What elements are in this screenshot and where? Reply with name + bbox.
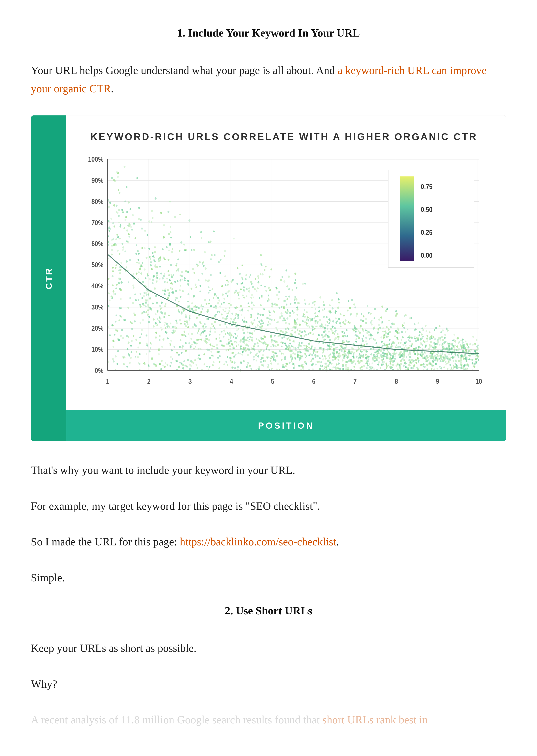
svg-point-1506 — [388, 346, 390, 348]
svg-point-2473 — [467, 347, 469, 349]
svg-point-980 — [355, 338, 357, 340]
svg-point-1535 — [205, 279, 207, 282]
svg-point-1570 — [472, 344, 474, 346]
svg-point-2478 — [293, 326, 295, 328]
svg-point-1033 — [329, 357, 330, 359]
svg-point-1794 — [152, 252, 154, 254]
svg-point-1980 — [180, 339, 182, 341]
svg-point-2129 — [448, 348, 450, 350]
svg-point-1216 — [217, 311, 219, 313]
svg-point-2146 — [221, 285, 223, 287]
svg-point-2064 — [409, 356, 411, 358]
svg-point-235 — [360, 319, 362, 321]
svg-point-2030 — [178, 270, 179, 272]
svg-point-1336 — [281, 276, 283, 278]
svg-point-2115 — [253, 356, 255, 358]
svg-point-1768 — [468, 359, 470, 360]
svg-point-470 — [166, 246, 168, 248]
svg-point-74 — [268, 364, 269, 366]
svg-point-1658 — [181, 312, 183, 314]
svg-point-973 — [237, 267, 238, 269]
svg-point-1949 — [340, 313, 342, 315]
svg-point-2364 — [287, 310, 289, 313]
svg-point-1034 — [258, 366, 260, 368]
svg-point-1405 — [148, 248, 150, 249]
y-tick-label: 20% — [92, 324, 103, 332]
svg-point-1407 — [181, 271, 183, 273]
svg-point-692 — [301, 342, 303, 344]
svg-point-213 — [447, 368, 449, 370]
svg-point-442 — [162, 289, 164, 291]
svg-point-1588 — [380, 367, 381, 369]
svg-point-1890 — [324, 304, 325, 305]
svg-point-1783 — [147, 304, 149, 306]
svg-point-966 — [115, 355, 117, 358]
svg-point-259 — [309, 326, 310, 328]
svg-point-962 — [353, 366, 355, 368]
svg-point-2438 — [288, 275, 290, 278]
svg-point-2229 — [434, 342, 435, 344]
svg-point-1251 — [251, 294, 253, 296]
svg-point-33 — [249, 364, 251, 367]
svg-point-588 — [258, 282, 260, 284]
svg-point-384 — [111, 249, 113, 251]
svg-point-401 — [318, 310, 320, 313]
svg-point-1869 — [359, 350, 361, 352]
svg-point-2423 — [460, 361, 462, 363]
svg-point-1574 — [178, 365, 180, 368]
svg-point-956 — [158, 353, 160, 355]
svg-point-2217 — [258, 277, 259, 279]
svg-point-2292 — [391, 358, 393, 359]
svg-point-2143 — [269, 318, 271, 320]
svg-point-1019 — [360, 343, 362, 345]
svg-point-195 — [310, 353, 311, 355]
svg-point-1109 — [169, 244, 171, 246]
svg-point-1373 — [211, 254, 213, 256]
svg-point-21 — [260, 361, 262, 363]
svg-point-782 — [288, 328, 289, 330]
svg-point-638 — [256, 338, 258, 340]
seo-checklist-url-link[interactable]: https://backlinko.com/seo-checklist — [180, 536, 336, 548]
svg-point-137 — [111, 177, 113, 179]
svg-point-1107 — [263, 350, 265, 352]
svg-point-2027 — [217, 351, 218, 353]
svg-point-2601 — [293, 347, 295, 349]
svg-point-507 — [195, 346, 196, 347]
svg-point-2560 — [368, 359, 369, 360]
svg-point-416 — [223, 329, 225, 332]
svg-point-1624 — [327, 360, 329, 362]
svg-point-1041 — [347, 357, 349, 359]
svg-point-1150 — [304, 316, 306, 318]
svg-point-1734 — [136, 262, 138, 263]
x-tick-label: 3 — [188, 377, 192, 385]
svg-point-868 — [448, 353, 450, 355]
svg-point-1329 — [388, 351, 389, 353]
svg-point-435 — [126, 366, 128, 368]
svg-point-1696 — [435, 363, 436, 365]
svg-point-1705 — [178, 354, 180, 356]
svg-point-2294 — [397, 364, 398, 365]
svg-point-2552 — [366, 361, 367, 363]
svg-point-711 — [273, 340, 275, 342]
svg-point-2382 — [359, 357, 361, 359]
svg-point-1661 — [286, 312, 288, 314]
svg-point-1274 — [170, 340, 172, 342]
svg-point-1629 — [275, 345, 277, 347]
svg-point-598 — [227, 295, 228, 297]
svg-point-1842 — [234, 367, 236, 369]
svg-point-914 — [190, 338, 192, 340]
svg-point-1841 — [165, 327, 166, 329]
short-urls-link[interactable]: short URLs rank best in — [322, 713, 428, 726]
svg-point-1297 — [241, 277, 243, 279]
svg-point-875 — [312, 328, 314, 331]
svg-point-757 — [337, 306, 339, 309]
svg-point-2044 — [355, 331, 357, 332]
svg-point-489 — [177, 258, 179, 260]
svg-point-665 — [154, 264, 156, 266]
svg-point-946 — [128, 336, 129, 338]
svg-point-2299 — [420, 354, 422, 356]
svg-point-765 — [338, 362, 340, 364]
svg-point-884 — [112, 340, 114, 342]
svg-point-2035 — [157, 318, 158, 320]
svg-point-1829 — [187, 280, 189, 282]
